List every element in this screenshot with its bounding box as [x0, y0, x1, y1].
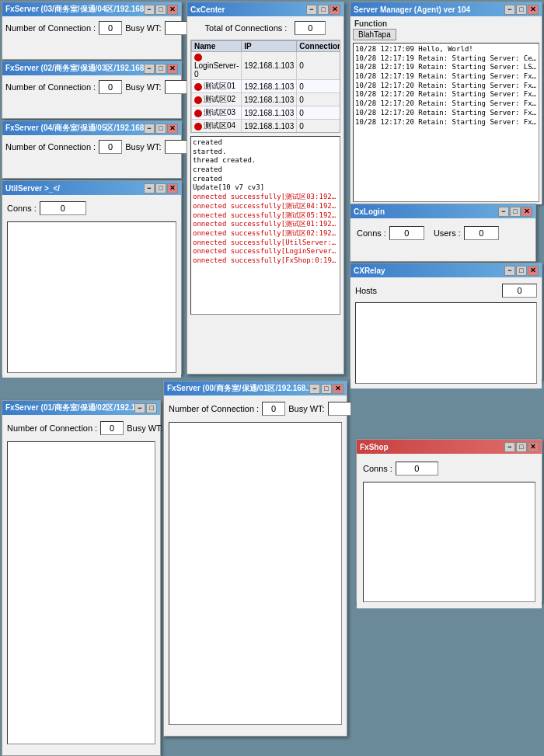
fxserver01-titlebar[interactable]: FxServer (01/商务室/保通/02区/192.168.1.103/58…: [2, 401, 160, 415]
fxserver04-maximize[interactable]: □: [155, 124, 166, 134]
fxserver03-close[interactable]: ✕: [167, 5, 178, 15]
fxshop-body: Conns : 0: [357, 454, 542, 608]
cxlogin-users-input[interactable]: 0: [464, 226, 499, 240]
fxserver02-maximize[interactable]: □: [155, 64, 166, 74]
fxserver01-body: Number of Connection : 0 Busy WT:: [2, 415, 160, 749]
table-row: LoginServer-0 192.168.1.103 0: [192, 52, 341, 80]
fxserver04-close[interactable]: ✕: [167, 124, 178, 134]
table-cell-ip: 192.168.1.103: [242, 80, 297, 93]
fxserver04-connection-label: Number of Connection :: [5, 142, 96, 152]
server-status-icon: [194, 83, 202, 91]
fxserver04-window: FxServer (04/商务室/保通/05区/192.168.1.103/88…: [2, 120, 182, 179]
fxserver00-close[interactable]: ✕: [333, 384, 343, 394]
col-ip: IP: [242, 41, 297, 52]
log-line: Update[10 v7 cv3]: [193, 183, 338, 193]
servermanager-maximize[interactable]: □: [516, 5, 527, 15]
fxserver03-minimize[interactable]: −: [144, 5, 155, 15]
utilserver-title: UtilServer >_</: [5, 184, 60, 193]
fxserver03-busy-input[interactable]: [165, 21, 188, 35]
cxrelay-hosts-input[interactable]: 0: [502, 284, 537, 298]
utilserver-minimize[interactable]: −: [144, 183, 155, 193]
cxcenter-close[interactable]: ✕: [330, 5, 340, 15]
cxrelay-titlebar[interactable]: CXRelay − □ ✕: [350, 263, 542, 277]
fxserver04-busy-label: Busy WT:: [125, 142, 161, 152]
fxshop-conns-row: Conns : 0: [363, 460, 535, 477]
table-row: 测试区04 192.168.1.103 0: [192, 120, 341, 133]
fxserver00-titlebar[interactable]: FxServer (00/商务室/保通/01区/192.168.1.103/48…: [164, 381, 347, 395]
fxserver00-maximize[interactable]: □: [321, 384, 332, 394]
fxserver01-connection-input[interactable]: 0: [100, 421, 124, 435]
fxserver01-log: [7, 441, 155, 744]
fxshop-minimize[interactable]: −: [504, 442, 515, 452]
fxserver00-busy-input[interactable]: [328, 402, 351, 416]
cxlogin-minimize[interactable]: −: [498, 207, 509, 217]
cxcenter-maximize[interactable]: □: [318, 5, 329, 15]
fxserver04-connection-input[interactable]: 0: [99, 140, 122, 154]
fxserver03-maximize[interactable]: □: [155, 5, 166, 15]
fxserver01-maximize[interactable]: □: [146, 403, 157, 413]
cxrelay-close[interactable]: ✕: [528, 266, 539, 276]
fxserver04-minimize[interactable]: −: [144, 124, 155, 134]
utilserver-close[interactable]: ✕: [167, 183, 178, 193]
fxserver01-minimize[interactable]: −: [134, 403, 145, 413]
servermanager-window: Server Manager (Agent) ver 104 − □ ✕ Fun…: [350, 2, 542, 204]
cxcenter-total-input[interactable]: 0: [295, 21, 326, 35]
fxserver02-minimize[interactable]: −: [144, 64, 155, 74]
cxrelay-minimize[interactable]: −: [504, 266, 515, 276]
cxcenter-body: Total of Connections : 0 Name IP Connect…: [187, 16, 343, 318]
servermanager-tab-blahtapa[interactable]: BlahTapa: [353, 29, 396, 40]
fxserver00-connection-input[interactable]: 0: [262, 402, 285, 416]
fxserver02-close[interactable]: ✕: [167, 64, 178, 74]
fxserver01-controls: − □: [134, 403, 157, 413]
cxlogin-conns-input[interactable]: 0: [389, 226, 424, 240]
servermanager-close[interactable]: ✕: [528, 5, 539, 15]
fxserver04-titlebar[interactable]: FxServer (04/商务室/保通/05区/192.168.1.103/88…: [2, 121, 181, 135]
utilserver-titlebar[interactable]: UtilServer >_</ − □ ✕: [2, 181, 181, 195]
servermanager-titlebar[interactable]: Server Manager (Agent) ver 104 − □ ✕: [350, 2, 542, 16]
cxlogin-title: CxLogin: [354, 207, 385, 216]
cxcenter-minimize[interactable]: −: [306, 5, 317, 15]
servermanager-minimize[interactable]: −: [504, 5, 515, 15]
cxlogin-conns-label: Conns :: [357, 228, 386, 238]
fxserver02-titlebar[interactable]: FxServer (02/商务室/保通/03区/192.168.1.103/68…: [2, 61, 181, 75]
log-line: 10/28 12:17:19 Retain: Starting Server: …: [355, 63, 537, 72]
fxserver00-busy-label: Busy WT:: [288, 404, 324, 413]
fxserver03-connection-input[interactable]: 0: [99, 21, 122, 35]
fxserver02-busy-label: Busy WT:: [125, 82, 161, 92]
utilserver-conns-input[interactable]: 0: [40, 201, 86, 215]
cxlogin-controls: − □ ✕: [498, 207, 532, 217]
cxlogin-titlebar[interactable]: CxLogin − □ ✕: [350, 204, 535, 218]
fxserver03-titlebar[interactable]: FxServer (03/商务室/保通/04区/192.168.1.103/78…: [2, 2, 181, 16]
fxshop-conns-input[interactable]: 0: [396, 462, 438, 476]
server-status-icon: [194, 110, 202, 117]
cxrelay-title: CXRelay: [354, 267, 385, 275]
log-line: created: [193, 165, 338, 175]
fxserver02-busy-input[interactable]: [165, 80, 188, 94]
table-cell-connections: 0: [297, 80, 340, 93]
cxrelay-maximize[interactable]: □: [516, 266, 527, 276]
fxserver03-title: FxServer (03/商务室/保通/04区/192.168.1.103/78…: [5, 4, 144, 15]
cxlogin-close[interactable]: ✕: [521, 207, 532, 217]
log-line: 10/28 12:17:20 Retain: Starting Server: …: [355, 118, 537, 127]
fxserver02-connection-input[interactable]: 0: [99, 80, 122, 94]
fxserver03-controls: − □ ✕: [144, 5, 178, 15]
fxserver04-controls: − □ ✕: [144, 124, 178, 134]
fxserver04-busy-input[interactable]: [165, 140, 188, 154]
cxrelay-controls: − □ ✕: [504, 266, 539, 276]
fxserver02-connection-label: Number of Connection :: [5, 82, 96, 92]
servermanager-function-label: Function: [353, 19, 539, 29]
fxshop-close[interactable]: ✕: [528, 442, 539, 452]
log-line: 10/28 12:17:19 Retain: Starting Server: …: [355, 54, 537, 64]
servermanager-log: 10/28 12:17:09 Hello, World!10/28 12:17:…: [353, 43, 539, 202]
table-cell-name: 测试区03: [192, 106, 242, 120]
fxserver00-minimize[interactable]: −: [309, 384, 320, 394]
table-cell-connections: 0: [297, 120, 340, 133]
log-line: onnected successfully[测试区04:192.168.1.10…: [193, 202, 338, 211]
fxserver03-body: Number of Connection : 0 Busy WT:: [2, 16, 181, 40]
utilserver-maximize[interactable]: □: [155, 183, 166, 193]
fxshop-titlebar[interactable]: FxShop − □ ✕: [357, 440, 542, 454]
fxshop-maximize[interactable]: □: [516, 442, 527, 452]
cxlogin-maximize[interactable]: □: [510, 207, 521, 217]
cxcenter-titlebar[interactable]: CxCenter − □ ✕: [187, 2, 343, 16]
fxserver01-window: FxServer (01/商务室/保通/02区/192.168.1.103/58…: [2, 400, 161, 756]
